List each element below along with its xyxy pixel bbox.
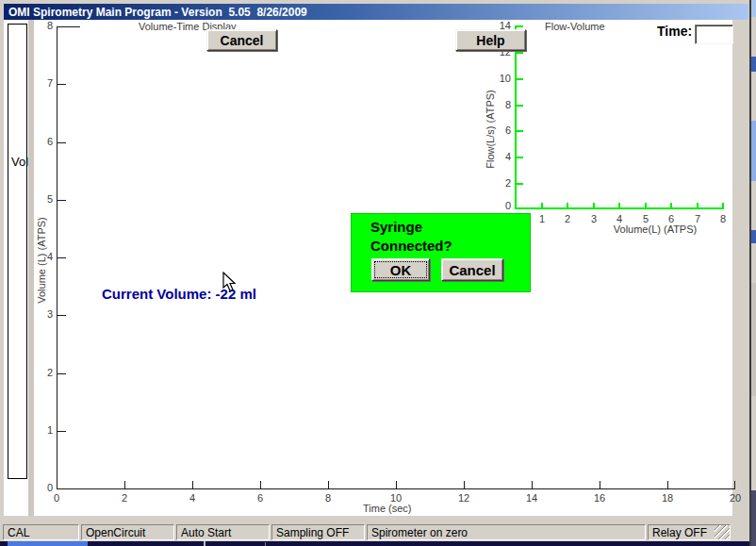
vt-y-tick-label: 8 [34, 20, 53, 32]
vt-y-tick-label: 1 [34, 424, 53, 437]
vt-x-tickmark [124, 481, 125, 488]
background-window-fragment [751, 283, 756, 396]
fv-y-axis-label: Flow(L/s) (ATPS) [485, 73, 496, 186]
vt-y-tickmark [58, 200, 66, 201]
vt-x-tickmark [57, 481, 58, 488]
vt-x-tick-label: 20 [722, 492, 748, 505]
dialog-cancel-button[interactable]: Cancel [441, 258, 503, 281]
fv-x-axis-label: Volume(L) (ATPS) [561, 223, 749, 235]
help-button[interactable]: Help [455, 29, 526, 51]
background-window-fragment [204, 541, 205, 546]
syringe-dialog: Syringe Connected? OK Cancel [351, 213, 531, 292]
fv-x-tickmark [697, 203, 698, 208]
background-window-strip [0, 541, 749, 546]
dialog-text-line2: Connected? [370, 238, 452, 254]
vt-x-tickmark [734, 481, 735, 488]
vt-y-tickmark [58, 315, 66, 316]
status-autostart: Auto Start [176, 524, 270, 540]
fv-y-tickmark [517, 78, 523, 80]
status-spirometer: Spirometer on zero [367, 524, 646, 540]
time-input[interactable] [695, 25, 733, 44]
fv-x-tickmark [645, 203, 647, 208]
resize-grip-icon[interactable] [715, 525, 730, 539]
dialog-ok-button[interactable]: OK [371, 258, 430, 281]
vt-x-tick-label: 6 [247, 492, 273, 505]
cancel-button-label: Cancel [221, 33, 264, 48]
background-window-edge [749, 0, 751, 546]
vt-x-tick-label: 0 [43, 492, 70, 505]
help-button-label: Help [476, 33, 504, 48]
background-window-segment [8, 541, 88, 546]
vt-x-tick-label: 14 [518, 492, 545, 505]
fv-y-tickmark [517, 130, 523, 132]
vt-x-tickmark [464, 481, 465, 488]
fv-x-tickmark [541, 203, 543, 208]
vt-y-tick-label: 6 [34, 136, 53, 148]
vol-panel-label: Vol [11, 155, 28, 169]
status-opencircuit: OpenCircuit [81, 524, 174, 540]
vt-y-axis-label: Volume (L) (ATPS) [36, 204, 47, 317]
cancel-button[interactable]: Cancel [206, 29, 277, 51]
vt-x-tickmark [600, 481, 600, 488]
vt-y-tickmark [58, 142, 66, 143]
background-window-fragment [751, 230, 756, 243]
time-label: Time: [657, 24, 692, 39]
fv-y-tickmark [517, 52, 523, 54]
background-window-fragment [751, 490, 756, 546]
fv-y-tickmark [517, 105, 523, 107]
title-bar[interactable]: OMI Spirometry Main Program - Version 5.… [4, 4, 748, 20]
fv-y-tickmark [517, 25, 523, 27]
fv-x-tick-label: 1 [534, 213, 550, 225]
fv-x-tickmark [670, 203, 672, 208]
left-divider-strip [28, 20, 34, 516]
mouse-cursor-icon [222, 272, 237, 292]
fv-x-tickmark [593, 203, 595, 208]
vt-x-tickmark [328, 481, 329, 488]
fv-x-tickmark [567, 203, 568, 208]
app-window: OMI Spirometry Main Program - Version 5.… [0, 0, 756, 546]
vt-x-tickmark [396, 481, 397, 488]
vt-x-tick-label: 16 [586, 492, 613, 505]
fv-y-tickmark [517, 183, 523, 185]
vt-x-axis-label: Time (sec) [363, 503, 412, 514]
vt-x-tickmark [667, 481, 668, 488]
vt-x-tick-label: 2 [111, 492, 138, 505]
vt-y-tickmark [58, 257, 66, 258]
vt-x-tick-label: 8 [315, 492, 341, 505]
fv-y-tickmark [517, 157, 523, 158]
vt-y-tickmark [58, 431, 66, 432]
background-window-fragment [751, 0, 756, 17]
vt-y-tickmark [58, 26, 80, 27]
vt-y-tickmark [58, 84, 66, 85]
vt-x-tick-label: 18 [654, 492, 681, 505]
vt-x-tickmark [260, 481, 261, 488]
vt-x-tick-label: 12 [451, 492, 477, 505]
vt-y-tickmark [58, 373, 66, 374]
vt-x-axis [57, 488, 735, 489]
vt-x-tickmark [532, 481, 533, 488]
fv-x-tickmark [722, 203, 724, 208]
status-sampling: Sampling OFF [271, 524, 365, 540]
focus-rectangle [374, 261, 427, 278]
background-window-fragment [751, 121, 756, 181]
status-cal: CAL [3, 524, 79, 540]
vt-x-tickmark [192, 481, 193, 488]
fv-x-tickmark [618, 203, 620, 208]
status-bar: CAL OpenCircuit Auto Start Sampling OFF … [0, 523, 732, 541]
background-window-fragment [751, 57, 756, 72]
vol-panel: Vol [8, 24, 27, 479]
vt-y-tick-label: 2 [34, 367, 53, 379]
vt-x-tick-label: 4 [179, 492, 205, 505]
dialog-cancel-label: Cancel [449, 262, 495, 278]
fv-y-tick-label: 0 [488, 200, 511, 212]
background-window-fragment [265, 542, 266, 546]
dialog-text-line1: Syringe [370, 219, 422, 235]
vt-y-tick-label: 7 [34, 77, 53, 90]
fv-chart-title: Flow-Volume [545, 21, 605, 32]
